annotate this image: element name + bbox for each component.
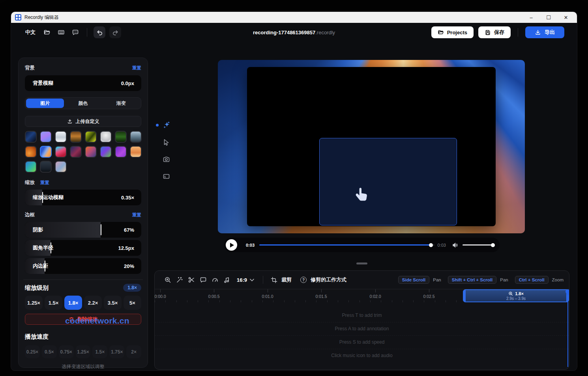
speed-option-0-5x[interactable]: 0.5× <box>42 345 57 358</box>
redo-button[interactable] <box>109 26 121 38</box>
shadow-slider[interactable]: 阴影 67% <box>25 222 141 238</box>
feedback-icon[interactable] <box>70 27 81 37</box>
padding-slider[interactable]: 内边距 20% <box>25 258 141 274</box>
timeline-tracks[interactable]: 1.8× 2.9s – 3.9s Press T to add trim Pre… <box>155 302 569 369</box>
video-preview[interactable] <box>218 60 525 233</box>
background-thumbnail[interactable] <box>55 146 67 158</box>
speed-option-1-5x[interactable]: 1.5× <box>92 345 107 358</box>
background-thumbnail-selected[interactable] <box>40 146 52 158</box>
border-reset-link[interactable]: 重置 <box>132 212 141 218</box>
save-button[interactable]: 保存 <box>478 26 511 38</box>
file-name: recording-1774861369857 <box>253 30 315 35</box>
zoom-option-1-5x[interactable]: 1.5× <box>45 296 62 310</box>
shortcut-shift-ctrl-scroll: Shift + Ctrl + Scroll <box>448 276 497 284</box>
trim-help-label[interactable]: 修剪的工作方式 <box>311 276 346 283</box>
corner-radius-slider[interactable]: 圆角半径 12.5px <box>25 240 141 256</box>
background-thumbnail[interactable] <box>40 131 52 143</box>
zoom-option-3-5x[interactable]: 3.5× <box>104 296 122 310</box>
undo-button[interactable] <box>94 26 105 38</box>
background-thumbnail[interactable] <box>25 161 37 173</box>
background-thumbnail[interactable] <box>40 161 52 173</box>
active-tool-dot <box>156 124 159 127</box>
speed-option-0-75x[interactable]: 0.75× <box>59 345 74 358</box>
background-reset-link[interactable]: 重置 <box>132 65 141 71</box>
background-thumbnail[interactable] <box>55 161 67 173</box>
magic-wand-icon[interactable] <box>174 274 185 286</box>
hand-cursor-icon <box>354 187 369 203</box>
background-thumbnail[interactable] <box>55 131 67 143</box>
crop-label[interactable]: 裁剪 <box>281 276 292 283</box>
seek-bar[interactable] <box>259 244 434 246</box>
background-thumbnail[interactable] <box>130 131 142 143</box>
speed-option-1-25x[interactable]: 1.25× <box>76 345 91 358</box>
slider-handle[interactable] <box>101 224 101 235</box>
open-folder-icon[interactable] <box>42 27 52 37</box>
projects-button[interactable]: Projects <box>431 26 474 38</box>
cursor-tool-icon[interactable] <box>163 138 170 146</box>
language-button[interactable]: 中文 <box>23 27 38 37</box>
desktop-background: Recordly 编辑器 – ☐ ✕ 中文 <box>0 0 588 376</box>
scissors-icon[interactable] <box>185 274 197 286</box>
background-blur-slider[interactable]: 背景模糊 0.0px <box>25 75 141 91</box>
upload-icon <box>67 119 73 124</box>
zoom-motion-blur-value: 0.35× <box>121 195 134 201</box>
camera-tool-icon[interactable] <box>163 156 170 164</box>
zoom-region-block[interactable]: 1.8× 2.9s – 3.9s <box>463 289 569 302</box>
speed-option-1-75x[interactable]: 1.75× <box>109 345 124 358</box>
file-extension: .recordly <box>315 30 335 35</box>
tab-image[interactable]: 图片 <box>26 99 64 108</box>
crop-icon[interactable] <box>268 274 280 286</box>
background-thumbnail[interactable] <box>85 131 97 143</box>
tab-gradient[interactable]: 渐变 <box>102 99 140 108</box>
upload-custom-button[interactable]: 上传自定义 <box>25 116 141 127</box>
zoom-reset-link[interactable]: 重置 <box>40 180 49 186</box>
zoom-motion-blur-label: 缩放运动模糊 <box>33 194 64 201</box>
zoom-region-label: 1.8× <box>515 291 524 296</box>
keyboard-icon[interactable] <box>56 27 66 37</box>
background-thumbnail[interactable] <box>115 146 127 158</box>
volume-knob[interactable] <box>491 243 495 247</box>
close-button[interactable]: ✕ <box>557 12 575 22</box>
panel-resize-handle[interactable] <box>356 262 367 264</box>
background-thumbnail[interactable] <box>115 131 127 143</box>
background-thumbnail[interactable] <box>25 131 37 143</box>
zoom-option-1-25x[interactable]: 1.25× <box>25 296 43 310</box>
seek-knob[interactable] <box>429 243 433 247</box>
play-button[interactable] <box>226 239 237 251</box>
zoom-region-left-handle[interactable] <box>463 289 466 302</box>
card-tool-icon[interactable] <box>163 173 170 181</box>
top-toolbar: 中文 <box>11 23 577 42</box>
export-button[interactable]: 导出 <box>525 26 564 38</box>
tab-color[interactable]: 颜色 <box>64 99 102 108</box>
ruler-label: 0:01.0 <box>262 294 273 299</box>
volume-slider[interactable] <box>463 244 494 246</box>
speaker-icon[interactable] <box>452 242 459 248</box>
zoom-motion-blur-slider[interactable]: 缩放运动模糊 0.35× <box>25 190 141 205</box>
timeline-zoom-icon[interactable] <box>162 274 174 286</box>
maximize-button[interactable]: ☐ <box>540 12 557 22</box>
shortcut-shift-ctrl-scroll-action: Pan <box>500 277 508 282</box>
zoom-selection-box[interactable] <box>319 138 457 225</box>
aspect-ratio-dropdown[interactable]: 16:9 <box>237 277 254 283</box>
effects-sparkles-icon[interactable] <box>163 121 170 129</box>
background-thumbnail[interactable] <box>70 146 82 158</box>
zoom-option-5x[interactable]: 5× <box>124 296 141 310</box>
speed-gauge-icon[interactable] <box>209 274 221 286</box>
zoom-option-2-2x[interactable]: 2.2× <box>84 296 102 310</box>
speed-option-0-25x[interactable]: 0.25× <box>25 345 40 358</box>
background-thumbnail[interactable] <box>70 131 82 143</box>
background-thumbnail[interactable] <box>100 146 112 158</box>
background-thumbnail[interactable] <box>100 131 112 143</box>
background-thumbnail[interactable] <box>25 146 37 158</box>
playhead-line <box>567 290 568 367</box>
help-icon[interactable]: ? <box>300 277 307 283</box>
background-thumbnail[interactable] <box>130 146 142 158</box>
music-note-icon[interactable] <box>221 274 233 286</box>
background-thumbnail[interactable] <box>85 146 97 158</box>
speed-option-2x[interactable]: 2× <box>126 345 141 358</box>
aspect-ratio-value: 16:9 <box>237 277 247 283</box>
minimize-button[interactable]: – <box>522 12 540 22</box>
zoom-option-1-8x[interactable]: 1.8× <box>64 296 82 310</box>
annotation-icon[interactable] <box>197 274 209 286</box>
player-bar: 0:03 0:03 <box>224 238 500 252</box>
